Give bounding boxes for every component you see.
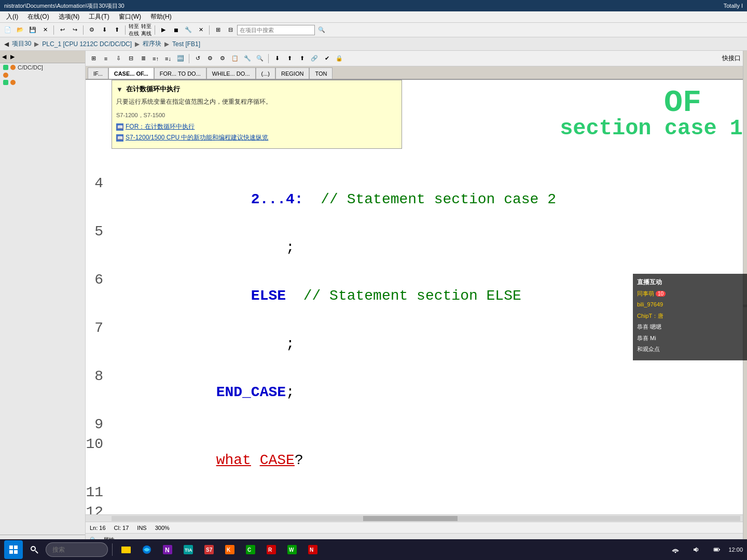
tab-case[interactable]: CASE... OF... bbox=[108, 67, 154, 79]
taskbar-app-1[interactable] bbox=[117, 540, 135, 559]
undo-button[interactable]: ↩ bbox=[57, 24, 68, 36]
taskbar-app-5[interactable]: S7 bbox=[200, 540, 218, 559]
debug-button[interactable]: 🔧 bbox=[183, 24, 194, 36]
redo-button[interactable]: ↪ bbox=[69, 24, 80, 36]
start-button[interactable] bbox=[4, 540, 23, 559]
taskbar-search-input[interactable] bbox=[46, 542, 108, 557]
sep5 bbox=[209, 25, 210, 35]
t2-btn20[interactable]: 🔒 bbox=[334, 53, 345, 64]
t2-btn19[interactable]: ✔ bbox=[321, 53, 333, 64]
t2-btn12[interactable]: 📋 bbox=[229, 53, 241, 64]
tab-if[interactable]: IF... bbox=[88, 67, 108, 79]
menu-options[interactable]: 选项(N) bbox=[54, 11, 84, 22]
new-button[interactable]: 📄 bbox=[2, 24, 13, 36]
taskbar-network-icon[interactable] bbox=[666, 540, 685, 559]
goto-offline-button[interactable]: 转至离线 bbox=[141, 24, 152, 36]
t2-btn11[interactable]: ⚙ bbox=[217, 53, 228, 64]
search-taskbar-button[interactable] bbox=[25, 540, 44, 559]
t2-btn9[interactable]: ↺ bbox=[192, 53, 203, 64]
split-v-button[interactable]: ⊟ bbox=[225, 24, 236, 36]
taskbar-app-7[interactable]: C bbox=[241, 540, 260, 559]
project-search-input[interactable] bbox=[237, 25, 315, 35]
taskbar-time: 12:00 bbox=[728, 547, 743, 553]
scroll-thumb[interactable] bbox=[363, 516, 458, 521]
close-button[interactable]: ✕ bbox=[39, 24, 51, 36]
breadcrumb-project[interactable]: 项目30 bbox=[12, 39, 31, 48]
breadcrumb-test[interactable]: Test [FB1] bbox=[172, 40, 200, 48]
svg-text:N: N bbox=[310, 547, 313, 553]
goto-online-button[interactable]: 转至在线 bbox=[128, 24, 140, 36]
tooltip-link-1[interactable]: 📖 FOR：在计数循环中执行 bbox=[116, 122, 397, 131]
taskbar-app-6[interactable]: K bbox=[220, 540, 239, 559]
line-content-8: END_CASE; bbox=[112, 368, 743, 416]
search-go-button[interactable]: 🔍 bbox=[316, 24, 327, 36]
taskbar-app-4[interactable]: TIA bbox=[179, 540, 198, 559]
run-button[interactable]: ▶ bbox=[158, 24, 169, 36]
code-line-8: 8 END_CASE; bbox=[86, 368, 743, 416]
taskbar-volume-icon[interactable] bbox=[687, 540, 706, 559]
save-button[interactable]: 💾 bbox=[27, 24, 38, 36]
t2-sep2 bbox=[268, 54, 269, 63]
download-button[interactable]: ⬇ bbox=[99, 24, 110, 36]
tab-while[interactable]: WHILE... DO... bbox=[206, 67, 256, 79]
t2-btn10[interactable]: ⚙ bbox=[204, 53, 216, 64]
t2-btn7[interactable]: ≡↓ bbox=[162, 53, 174, 64]
tooltip-link-text-2[interactable]: S7-1200/1500 CPU 中的新功能和编程建议快速纵览 bbox=[126, 133, 268, 142]
tooltip-title: 在计数循环中执行 bbox=[116, 85, 397, 94]
line-num-7: 7 bbox=[86, 320, 112, 336]
code-line-4: 4 2...4: // Statement section case 2 bbox=[86, 175, 743, 223]
tooltip-link-text-1[interactable]: FOR：在计数循环中执行 bbox=[126, 122, 195, 131]
taskbar-app-3[interactable]: N bbox=[158, 540, 177, 559]
taskbar-app-10[interactable]: N bbox=[303, 540, 322, 559]
t2-btn5[interactable]: ≣ bbox=[137, 53, 149, 64]
t2-btn8[interactable]: 🔤 bbox=[175, 53, 186, 64]
right-of-text: OF bbox=[664, 85, 701, 120]
svg-text:W: W bbox=[289, 547, 294, 553]
t2-btn2[interactable]: ≡ bbox=[100, 53, 112, 64]
line-content-5: ; bbox=[112, 223, 743, 272]
menu-input[interactable]: 入(I) bbox=[2, 11, 22, 22]
toggle-panel-icon[interactable]: ◀ bbox=[4, 40, 9, 48]
svg-marker-26 bbox=[694, 547, 697, 552]
taskbar-app-9[interactable]: W bbox=[283, 540, 301, 559]
status-green bbox=[3, 65, 8, 70]
compile-button[interactable]: ⚙ bbox=[86, 24, 98, 36]
breadcrumb-program[interactable]: 程序块 bbox=[143, 39, 161, 48]
t2-btn6[interactable]: ≡↑ bbox=[150, 53, 161, 64]
panel-toggle-left[interactable]: ◀ bbox=[2, 53, 6, 60]
open-button[interactable]: 📂 bbox=[15, 24, 26, 36]
horizontal-scrollbar[interactable] bbox=[86, 514, 743, 522]
t2-btn1[interactable]: ⊞ bbox=[88, 53, 99, 64]
tab-comment[interactable]: (...) bbox=[256, 67, 276, 79]
menu-online[interactable]: 在线(O) bbox=[23, 11, 53, 22]
tab-ton[interactable]: TON bbox=[309, 67, 333, 79]
stop-button[interactable]: ⏹ bbox=[170, 24, 182, 36]
taskbar-app-8[interactable]: R bbox=[262, 540, 281, 559]
code-tabs: IF... CASE... OF... FOR... TO DO... WHIL… bbox=[86, 66, 743, 80]
menu-tools[interactable]: 工具(T) bbox=[85, 11, 113, 22]
status-ln: Ln: 16 bbox=[90, 525, 106, 531]
t2-btn16[interactable]: ⬆ bbox=[284, 53, 295, 64]
code-line-5: 5 ; bbox=[86, 223, 743, 272]
t2-btn17[interactable]: ⬆ bbox=[296, 53, 308, 64]
t2-btn18[interactable]: 🔗 bbox=[309, 53, 320, 64]
menu-help[interactable]: 帮助(H) bbox=[146, 11, 176, 22]
menu-window[interactable]: 窗口(W) bbox=[115, 11, 145, 22]
t2-btn14[interactable]: 🔍 bbox=[254, 53, 266, 64]
split-h-button[interactable]: ⊞ bbox=[212, 24, 224, 36]
panel-toggle-right[interactable]: ▶ bbox=[10, 53, 15, 60]
upload-button[interactable]: ⬆ bbox=[111, 24, 122, 36]
t2-btn3[interactable]: ⇩ bbox=[113, 53, 124, 64]
taskbar-battery-icon[interactable] bbox=[708, 540, 726, 559]
t2-btn15[interactable]: ⬇ bbox=[271, 53, 283, 64]
tab-region[interactable]: REGION bbox=[275, 67, 309, 79]
taskbar-app-2[interactable] bbox=[137, 540, 156, 559]
sep3 bbox=[125, 25, 126, 35]
chat-badge-0: 10 bbox=[656, 291, 666, 297]
tooltip-link-2[interactable]: 📖 S7-1200/1500 CPU 中的新功能和编程建议快速纵览 bbox=[116, 133, 397, 142]
t2-btn13[interactable]: 🔧 bbox=[242, 53, 253, 64]
t2-btn4[interactable]: ⊟ bbox=[125, 53, 136, 64]
breadcrumb-plc[interactable]: PLC_1 [CPU 1212C DC/DC/DC] bbox=[42, 40, 132, 48]
tab-for[interactable]: FOR... TO DO... bbox=[154, 67, 206, 79]
disconnect-button[interactable]: ✕ bbox=[195, 24, 206, 36]
